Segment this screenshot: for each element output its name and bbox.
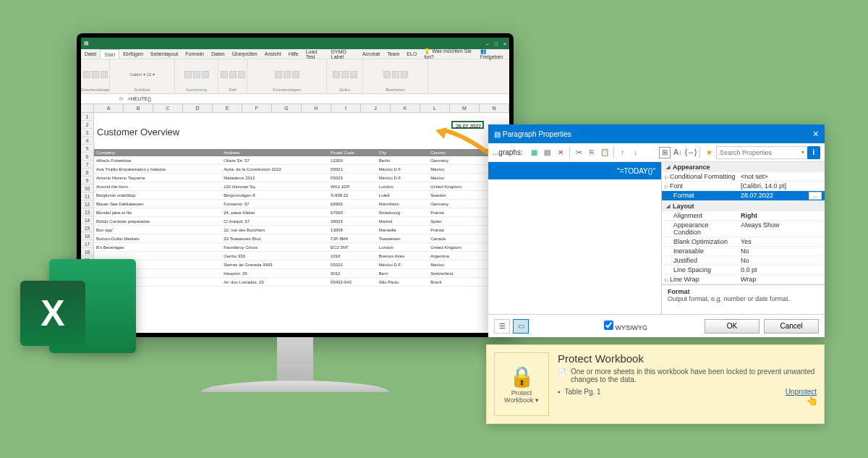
property-row[interactable]: JustifiedNo [662, 256, 825, 266]
property-row[interactable]: Format28.07.2022… [662, 191, 825, 201]
ribbon-group: Zahl [218, 59, 247, 93]
column-header[interactable]: I [331, 104, 361, 113]
property-row[interactable]: Font[Calibri, 14.0 pt] [662, 182, 825, 191]
star-icon[interactable]: ★ [703, 147, 715, 158]
row-header[interactable]: 11 [81, 192, 94, 200]
ribbon-tab[interactable]: Überprüfen [229, 49, 261, 59]
add-icon[interactable]: ▦ [529, 147, 540, 158]
view-mode-2[interactable]: ▭ [513, 319, 529, 334]
categorized-icon[interactable]: ⊞ [659, 147, 671, 158]
row-header[interactable]: 17 [81, 240, 94, 248]
info-icon[interactable]: i [807, 146, 820, 159]
column-header[interactable]: N [480, 104, 509, 113]
ribbon-tab[interactable]: Datei [81, 49, 100, 59]
row-header[interactable]: 18 [81, 248, 94, 256]
row-header[interactable]: 14 [81, 216, 94, 224]
column-header[interactable]: E [213, 104, 242, 113]
column-header[interactable]: B [124, 104, 153, 113]
row-header[interactable]: 2 [81, 121, 94, 129]
ribbon-tab[interactable]: ELO [403, 49, 420, 59]
property-row[interactable]: Line WrapWrap [662, 275, 825, 284]
row-header[interactable]: 6 [81, 153, 94, 161]
wysiwyg-checkbox[interactable]: WYSIWYG [604, 321, 647, 331]
row-header[interactable]: 5 [81, 145, 94, 153]
ribbon-tab[interactable]: Ansicht [261, 49, 285, 59]
ribbon-tab[interactable]: Daten [208, 49, 229, 59]
tell-me[interactable]: 💡 Was möchten Sie tun? [420, 49, 476, 59]
column-header[interactable]: G [272, 104, 302, 113]
column-header[interactable]: K [391, 104, 420, 113]
property-row[interactable]: Line Spacing0.0 pt [662, 266, 825, 275]
category-appearance[interactable]: Appearance [662, 162, 825, 172]
column-header[interactable]: A [94, 104, 124, 113]
ribbon-tab[interactable]: Team [383, 49, 403, 59]
sort-icon[interactable]: A↓ [672, 147, 684, 158]
ok-button[interactable]: OK [705, 319, 760, 334]
search-dropdown-icon[interactable]: ▾ [801, 149, 804, 156]
cancel-button[interactable]: Cancel [764, 319, 819, 334]
column-header[interactable]: C [153, 104, 183, 113]
ribbon-tab[interactable]: Start [100, 49, 119, 59]
monitor-base [201, 381, 389, 392]
ribbon-tab[interactable]: Load Test [302, 49, 328, 59]
row-header[interactable]: 8 [81, 169, 94, 177]
column-header[interactable]: H [302, 104, 331, 113]
up-icon[interactable]: ↑ [617, 147, 629, 158]
property-row[interactable]: Blank OptimizationYes [662, 237, 825, 247]
unprotect-link[interactable]: Unprotect 👆 [786, 388, 817, 396]
ribbon-tab[interactable]: Einfügen [119, 49, 147, 59]
row-header[interactable]: 3 [81, 129, 94, 137]
select-all-corner[interactable] [81, 104, 94, 113]
row-header[interactable]: 12 [81, 200, 94, 208]
property-row[interactable]: InerasableNo [662, 247, 825, 256]
column-header[interactable]: D [183, 104, 213, 113]
fx-icon[interactable]: fx [117, 96, 125, 101]
property-row[interactable]: Appearance ConditionAlways Show [662, 221, 825, 237]
cut-icon[interactable]: ✂ [573, 147, 584, 158]
column-header[interactable]: F [242, 104, 272, 113]
row-header[interactable]: 10 [81, 185, 94, 192]
excel-logo: X [20, 259, 136, 375]
row-header[interactable]: 13 [81, 208, 94, 216]
row-header[interactable]: 4 [81, 137, 94, 145]
table-row: Antonio Moreno TaqueríaMataderos 2312050… [94, 174, 509, 182]
formula-input[interactable]: =HEUTE() [125, 96, 509, 101]
ribbon-tab[interactable]: Acrobat [359, 49, 383, 59]
expand-icon[interactable]: {↔} [685, 147, 697, 158]
close-icon[interactable]: × [813, 128, 819, 140]
protect-workbook-button[interactable]: 🔒 ProtectWorkbook ▾ [494, 352, 549, 416]
row-header[interactable]: 15 [81, 224, 94, 232]
down-icon[interactable]: ↓ [630, 147, 642, 158]
win-close[interactable]: × [503, 41, 506, 46]
property-row[interactable]: Conditional Formatting<not set> [662, 172, 825, 182]
paragraph-item[interactable]: "=TODAY()" [488, 162, 661, 179]
property-row[interactable]: AlignmentRight [662, 211, 825, 221]
cursor-pointer-icon: 👆 [806, 394, 818, 406]
ribbon-tab[interactable]: DYMO Label [328, 49, 359, 59]
copy-icon[interactable]: ⎘ [586, 147, 597, 158]
ribbon-tab[interactable]: Seitenlayout [147, 49, 182, 59]
paste-icon[interactable]: 📋 [599, 147, 610, 158]
ribbon-tab[interactable]: Formeln [182, 49, 208, 59]
ribbon-tab[interactable]: Hilfe [285, 49, 302, 59]
column-header[interactable]: L [420, 104, 450, 113]
view-mode-1[interactable]: ☰ [494, 319, 510, 334]
delete-icon[interactable]: ✕ [555, 147, 566, 158]
paragraph-list[interactable]: "=TODAY()" [488, 162, 662, 314]
edit-icon[interactable]: ▤ [542, 147, 553, 158]
column-header[interactable]: M [450, 104, 480, 113]
category-layout[interactable]: Layout [662, 201, 825, 211]
search-input[interactable] [716, 146, 812, 159]
table-header: Company [94, 149, 221, 156]
column-header[interactable]: J [361, 104, 391, 113]
row-header[interactable]: 16 [81, 232, 94, 240]
row-header[interactable]: 7 [81, 161, 94, 169]
row-header[interactable]: 1 [81, 113, 94, 121]
row-header[interactable]: 9 [81, 177, 94, 185]
win-minimize[interactable]: – [486, 41, 489, 46]
ribbon-group: Zwischenablage [81, 59, 110, 93]
win-maximize[interactable]: □ [495, 41, 498, 46]
dialog-titlebar[interactable]: ▤ Paragraph Properties × [488, 124, 825, 143]
share-button[interactable]: 👥 Freigeben [477, 49, 509, 59]
ellipsis-button[interactable]: … [809, 192, 822, 200]
